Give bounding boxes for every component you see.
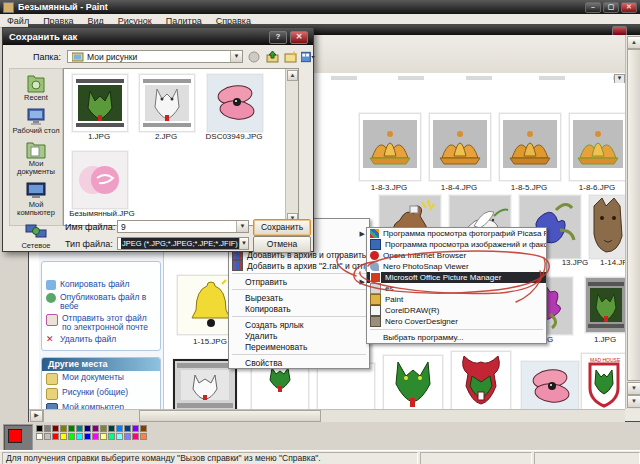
close-button[interactable]: ✕ [621,2,637,13]
file-thumbnail[interactable]: MAD HOUSE [581,353,625,409]
dialog-file-label[interactable]: Безымянный.JPG [64,209,140,218]
context-create-shortcut[interactable]: Создать ярлык [229,319,369,330]
palette-color[interactable] [76,425,83,432]
vertical-scrollbar[interactable]: ▲ ▼ ▼ [625,35,640,409]
palette-color[interactable] [140,433,147,440]
context-send-to[interactable]: Отправить ▶ [229,276,369,287]
palette-color[interactable] [44,433,51,440]
place-shared-pictures[interactable]: Рисунки (общие) [42,386,160,401]
filename-input[interactable]: 9 ▼ [117,220,249,233]
context-delete[interactable]: Удалить [229,330,369,341]
place-desktop[interactable]: Рабочий стол [10,107,62,135]
scroll-down-icon[interactable]: ▼ [627,395,640,408]
dialog-list-scrollbar[interactable]: ▲ ▼ [285,69,298,225]
task-copy-file[interactable]: Копировать файл [42,278,160,291]
place-my-computer[interactable]: Мой компьютер [10,181,62,217]
task-publish-file[interactable]: Опубликовать файл в вебе [42,291,160,312]
palette-color[interactable] [124,433,131,440]
context-copy[interactable]: Копировать [229,303,369,314]
folder-combobox[interactable]: Мои рисунки ▼ [67,50,243,63]
scroll-down-icon[interactable]: ▼ [627,382,640,395]
palette-color[interactable] [44,425,51,432]
dialog-close-button[interactable]: ✕ [290,31,308,44]
file-thumbnail[interactable] [585,277,625,333]
place-my-documents[interactable]: Мои документы [10,140,62,176]
task-email-file[interactable]: Отправить этот файл по электронной почте [42,312,160,333]
file-thumbnail[interactable] [451,351,511,409]
file-label[interactable]: 1-14.JPG [589,258,625,267]
file-label[interactable]: 1.JPG [585,335,625,344]
palette-color[interactable] [92,433,99,440]
task-delete-file[interactable]: ✕ Удалить файл [42,333,160,346]
palette-color[interactable] [84,425,91,432]
palette-color[interactable] [52,425,59,432]
file-thumbnail[interactable] [251,363,309,409]
minimize-button[interactable]: – [585,2,601,13]
up-folder-button[interactable] [265,50,279,63]
scroll-thumb[interactable] [139,410,321,422]
place-my-computer[interactable]: Мой компьютер [42,401,160,409]
file-thumbnail[interactable] [317,363,375,409]
openwith-windows-viewer[interactable]: Программа просмотра изображений и факсов [367,239,546,250]
openwith-picasa[interactable]: Программа просмотра фотографий Picasa Ph… [367,228,546,239]
horizontal-scrollbar[interactable]: ◀ ▶ [29,409,625,422]
context-add-archive-rar-email[interactable]: Добавить в архив "2.rar" и отправить по … [229,260,369,271]
file-label[interactable]: 1-8-6.JPG [569,183,625,192]
palette-color[interactable] [68,425,75,432]
filetype-combobox[interactable]: JPEG (*.JPG;*.JPEG;*.JPE;*.JFIF) ▼ [117,237,249,250]
openwith-ms-picture-manager[interactable]: Microsoft Office Picture Manager [367,272,546,283]
context-rename[interactable]: Переименовать [229,341,369,352]
openwith-choose-program[interactable]: Выбрать программу... [367,332,546,343]
dialog-file-thumbnail[interactable] [72,74,128,132]
palette-color[interactable] [52,433,59,440]
file-thumbnail[interactable] [359,113,421,181]
dialog-file-thumbnail[interactable] [207,74,263,132]
openwith-es[interactable]: es [367,283,546,294]
maximize-button[interactable]: ▢ [603,2,619,13]
palette-color[interactable] [132,425,139,432]
palette-color[interactable] [100,433,107,440]
palette-color[interactable] [68,433,75,440]
file-thumbnail[interactable] [589,195,625,259]
file-thumbnail[interactable] [383,355,443,409]
palette-color[interactable] [108,425,115,432]
place-my-documents[interactable]: Мои документы [42,371,160,386]
palette-color[interactable] [116,433,123,440]
chevron-down-icon[interactable]: ▼ [230,51,242,62]
chevron-down-icon[interactable]: ▼ [236,221,248,232]
other-places-header[interactable]: Другие места [42,358,160,371]
dialog-file-thumbnail[interactable] [139,74,195,132]
place-network[interactable]: Сетевое [10,222,62,250]
palette-color[interactable] [36,425,43,432]
scroll-up-icon[interactable]: ▲ [627,36,640,49]
openwith-nero-cover[interactable]: Nero CoverDesigner [367,316,546,327]
file-label[interactable]: 1-8-5.JPG [499,183,559,192]
palette-color[interactable] [108,433,115,440]
dialog-file-label[interactable]: 2.JPG [139,132,193,141]
palette-color[interactable] [76,433,83,440]
new-folder-button[interactable] [283,50,297,63]
dialog-file-thumbnail[interactable] [72,151,128,209]
openwith-paint[interactable]: Paint [367,294,546,305]
current-color-box[interactable] [3,424,33,452]
save-button[interactable]: Сохранить [253,219,311,236]
palette-color[interactable] [84,433,91,440]
scroll-up-icon[interactable]: ▲ [287,70,298,81]
scroll-thumb[interactable] [627,49,640,381]
file-thumbnail[interactable] [569,113,625,181]
palette-color[interactable] [36,433,43,440]
context-cut[interactable]: Вырезать [229,292,369,303]
file-thumbnail[interactable] [499,113,561,181]
dialog-file-label[interactable]: 1.JPG [72,132,126,141]
chevron-down-icon[interactable]: ▼ [239,238,248,249]
back-button[interactable] [247,50,261,63]
openwith-coreldraw[interactable]: CorelDRAW(R) [367,305,546,316]
help-button[interactable]: ? [269,31,287,44]
palette-color[interactable] [100,425,107,432]
palette-color[interactable] [116,425,123,432]
file-thumbnail[interactable] [521,361,579,409]
file-thumbnail[interactable] [429,113,491,181]
dialog-file-label[interactable]: DSC03949.JPG [198,132,270,141]
openwith-nero-photosnap[interactable]: Nero PhotoSnap Viewer [367,261,546,272]
views-button[interactable] [301,50,315,63]
